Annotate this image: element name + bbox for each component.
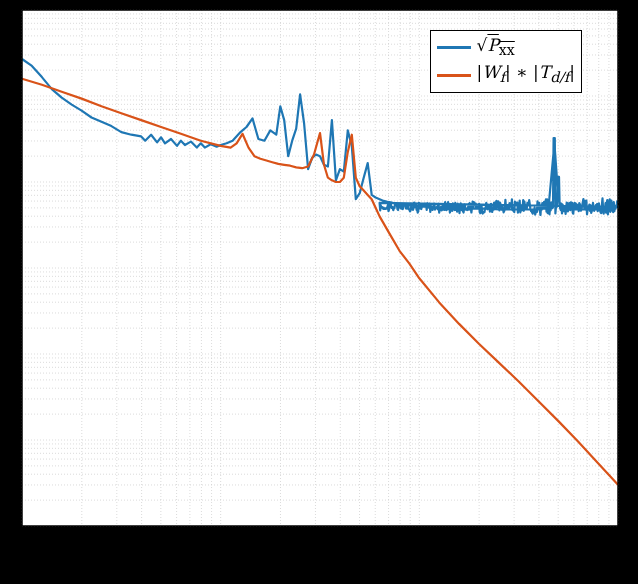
legend-swatch-wf bbox=[437, 74, 471, 77]
legend: √Pxx |Wf| ∗ |Td/f| bbox=[430, 30, 582, 93]
series-wf bbox=[22, 79, 618, 485]
chart-container: √Pxx |Wf| ∗ |Td/f| bbox=[22, 10, 618, 526]
legend-row-wf: |Wf| ∗ |Td/f| bbox=[437, 61, 575, 88]
legend-label-wf: |Wf| ∗ |Td/f| bbox=[477, 61, 575, 88]
legend-row-pxx: √Pxx bbox=[437, 34, 575, 61]
legend-swatch-pxx bbox=[437, 46, 471, 49]
legend-label-pxx: √Pxx bbox=[477, 34, 515, 61]
